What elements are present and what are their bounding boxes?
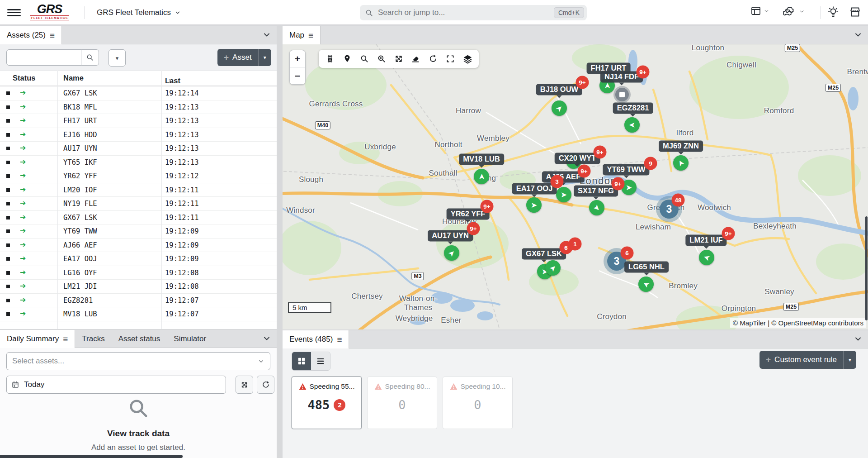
stopped-vehicle-marker[interactable]	[615, 88, 629, 101]
reset-rotation-button[interactable]	[425, 50, 442, 68]
vehicle-label[interactable]: LG65 NHL	[624, 262, 669, 273]
collapse-panel-button[interactable]	[854, 30, 863, 40]
locate-pin-button[interactable]	[339, 50, 356, 68]
asset-row[interactable]: ➔GX67 LSK19:12:11	[0, 211, 277, 225]
vehicle-label[interactable]: EGZ8281	[613, 103, 653, 114]
event-count-badge[interactable]: 9+	[722, 227, 735, 240]
map-search-button[interactable]	[356, 50, 373, 68]
event-count-badge[interactable]: 9+	[637, 66, 650, 79]
asset-row[interactable]: ➔EGZ828119:12:07	[0, 294, 277, 308]
vehicle-marker[interactable]: ➤	[526, 197, 542, 213]
tab-asset-status[interactable]: Asset status	[112, 330, 167, 348]
zoom-to-area-button[interactable]	[373, 50, 390, 68]
add-asset-dropdown[interactable]: ▾	[259, 49, 271, 66]
vehicle-marker[interactable]: ➤	[474, 169, 489, 184]
asset-row[interactable]: ➔AU17 UYN19:12:13	[0, 142, 277, 156]
vehicle-label[interactable]: LM21 IUF	[685, 235, 726, 246]
tab-daily-summary[interactable]: Daily Summary≡	[0, 330, 75, 348]
asset-row[interactable]: ➔YR62 YFF19:12:12	[0, 169, 277, 183]
search-input[interactable]	[377, 8, 554, 18]
custom-event-rule-dropdown[interactable]: ▾	[844, 351, 856, 369]
vertical-scrollbar-thumb[interactable]	[865, 216, 868, 320]
collapse-panel-button[interactable]	[262, 30, 272, 40]
asset-row[interactable]: ➔AJ66 AEF19:12:09	[0, 239, 277, 253]
global-search[interactable]: Cmd+K	[360, 5, 587, 20]
workspace-switcher[interactable]: GRS Fleet Telematics	[97, 0, 181, 25]
event-count-badge[interactable]: 1	[569, 238, 582, 251]
tab-options-icon[interactable]: ≡	[50, 31, 55, 40]
toolbar-drag-handle[interactable]	[321, 50, 339, 68]
assets-search-input[interactable]	[6, 49, 81, 66]
asset-row[interactable]: ➔LG16 OYF19:12:08	[0, 266, 277, 280]
event-count-badge[interactable]: 9+	[481, 200, 494, 213]
eraser-button[interactable]	[407, 50, 425, 68]
vehicle-label[interactable]: YT69 TWW	[603, 164, 649, 176]
event-card[interactable]: Speeding 55...4852	[292, 377, 362, 429]
collapse-panel-button[interactable]	[262, 334, 272, 344]
tab-tracks[interactable]: Tracks	[75, 330, 111, 348]
vehicle-marker[interactable]: ➤	[673, 155, 689, 171]
asset-row[interactable]: ➔YT65 IKF19:12:13	[0, 156, 277, 170]
collapse-panel-button[interactable]	[854, 334, 863, 344]
layers-button[interactable]	[459, 50, 476, 68]
assets-search-options-button[interactable]: ▾	[108, 49, 126, 67]
vehicle-marker[interactable]: ➤	[552, 100, 567, 116]
refresh-button[interactable]	[257, 376, 274, 394]
asset-row[interactable]: ➔EA17 OOJ19:12:09	[0, 252, 277, 266]
event-count-badge[interactable]: 9+	[467, 222, 480, 235]
asset-row[interactable]: ➔YT69 TWW19:12:09	[0, 224, 277, 239]
event-count-badge[interactable]: 6	[621, 247, 634, 260]
fleet-menu-button[interactable]	[783, 5, 805, 17]
vehicle-label[interactable]: CX20 WYT	[555, 153, 600, 164]
vehicle-label[interactable]: EA17 OOJ	[512, 183, 557, 195]
asset-row[interactable]: ➔GX67 LSK19:12:14	[0, 86, 277, 100]
event-count-badge[interactable]: 9+	[612, 177, 625, 191]
assets-search-button[interactable]	[81, 49, 99, 66]
horizontal-scrollbar-thumb[interactable]	[0, 455, 183, 458]
vehicle-marker[interactable]: ➤	[444, 245, 459, 261]
tab-options-icon[interactable]: ≡	[337, 335, 342, 344]
event-count-badge[interactable]: 3	[551, 175, 564, 188]
vehicle-marker[interactable]: ➤	[624, 117, 640, 133]
date-range-picker[interactable]: Today	[6, 376, 226, 394]
tab-options-icon[interactable]: ≡	[63, 335, 68, 344]
select-assets-dropdown[interactable]: Select assets...	[6, 352, 270, 370]
fit-bounds-button[interactable]	[390, 50, 407, 68]
asset-row[interactable]: ➔BK18 MFL19:12:13	[0, 100, 277, 114]
fit-to-tracks-button[interactable]	[236, 376, 253, 394]
zoom-out-button[interactable]: −	[290, 67, 305, 84]
event-card[interactable]: Speeding 10...0	[443, 377, 513, 429]
column-status[interactable]: Status	[13, 74, 35, 82]
vehicle-label[interactable]: MJ69 ZNN	[659, 141, 703, 152]
add-asset-button[interactable]: +Asset ▾	[217, 49, 271, 66]
vehicle-label[interactable]: AU17 UYN	[428, 230, 473, 242]
vehicle-marker[interactable]: ➤	[589, 200, 604, 215]
vehicle-label[interactable]: GX67 LSK	[522, 248, 566, 260]
custom-event-rule-button[interactable]: +Custom event rule ▾	[760, 351, 856, 369]
asset-row[interactable]: ➔LM21 JDI19:12:08	[0, 280, 277, 294]
asset-row[interactable]: ➔EJ16 HDD19:12:13	[0, 128, 277, 142]
vehicle-label[interactable]: SX17 NFG	[574, 186, 618, 197]
vehicle-marker[interactable]: ➤	[638, 277, 654, 292]
zoom-in-button[interactable]: +	[290, 50, 305, 67]
tab-assets[interactable]: Assets (25) ≡	[0, 26, 62, 44]
tab-simulator[interactable]: Simulator	[167, 330, 213, 348]
vehicle-marker[interactable]: ➤	[545, 260, 561, 276]
event-count-badge[interactable]: 9	[644, 157, 657, 170]
event-count-badge[interactable]: 9+	[594, 146, 607, 159]
event-card[interactable]: Speeding 80...0	[367, 377, 437, 429]
tab-map[interactable]: Map ≡	[283, 26, 321, 44]
asset-row[interactable]: ➔LM20 IOF19:12:11	[0, 183, 277, 197]
marketplace-button[interactable]	[849, 6, 861, 18]
event-count-badge[interactable]: 9+	[576, 76, 589, 89]
vehicle-label[interactable]: BJ18 OUW	[536, 84, 582, 95]
map-attribution[interactable]: © MapTiler | © OpenStreetMap contributor…	[730, 318, 866, 328]
event-count-badge[interactable]: 9+	[578, 165, 591, 178]
column-name[interactable]: Name	[63, 74, 84, 82]
asset-row[interactable]: ➔MV18 LUB19:12:07	[0, 307, 277, 321]
list-view-button[interactable]	[311, 352, 330, 370]
tab-events[interactable]: Events (485) ≡	[283, 330, 349, 348]
asset-row[interactable]: ➔NY19 FLE19:12:11	[0, 197, 277, 211]
layout-switcher-button[interactable]	[750, 5, 769, 16]
vehicle-label[interactable]: MV18 LUB	[459, 154, 504, 165]
